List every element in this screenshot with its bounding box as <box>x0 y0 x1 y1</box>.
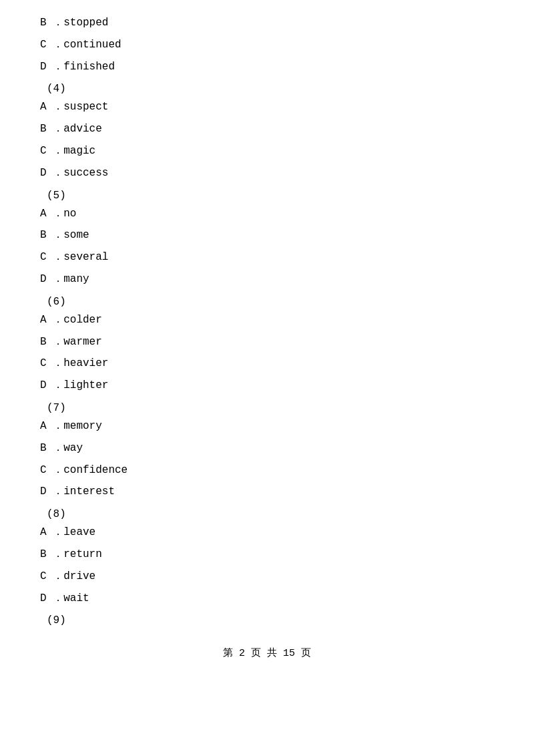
option-1-2: C ．magic <box>40 142 494 161</box>
option-1-1: B ．advice <box>40 120 494 139</box>
page-footer: 第 2 页 共 15 页 <box>40 646 494 659</box>
option-5-0: A ．leave <box>40 523 494 542</box>
option-4-2: C ．confidence <box>40 461 494 480</box>
question-number-1: (4) <box>40 83 494 95</box>
option-2-2: C ．several <box>40 248 494 267</box>
option-4-0: A ．memory <box>40 417 494 436</box>
footer-text: 第 2 页 共 15 页 <box>223 648 311 659</box>
option-0-2: D ．finished <box>40 57 494 77</box>
option-0-1: C ．continued <box>40 35 494 55</box>
question-number-3: (6) <box>40 296 494 308</box>
option-3-3: D ．lighter <box>40 376 494 395</box>
question-number-2: (5) <box>40 190 494 202</box>
option-5-2: C ．drive <box>40 567 494 586</box>
option-1-3: D ．success <box>40 164 494 183</box>
question-number-4: (7) <box>40 402 494 414</box>
option-4-3: D ．interest <box>40 482 494 502</box>
option-3-0: A ．colder <box>40 311 494 330</box>
option-0-0: B ．stopped <box>40 13 494 33</box>
option-1-0: A ．suspect <box>40 98 494 117</box>
question-number-6: (9) <box>40 614 494 626</box>
questions-container: B ．stoppedC ．continuedD ．finished(4)A ．s… <box>40 13 494 626</box>
option-3-2: C ．heavier <box>40 354 494 373</box>
page-content: B ．stoppedC ．continuedD ．finished(4)A ．s… <box>40 13 494 659</box>
option-3-1: B ．warmer <box>40 333 494 352</box>
option-2-3: D ．many <box>40 270 494 289</box>
option-4-1: B ．way <box>40 439 494 458</box>
question-number-5: (8) <box>40 508 494 520</box>
option-5-3: D ．wait <box>40 589 494 608</box>
option-5-1: B ．return <box>40 545 494 564</box>
option-2-1: B ．some <box>40 226 494 245</box>
option-2-0: A ．no <box>40 204 494 224</box>
